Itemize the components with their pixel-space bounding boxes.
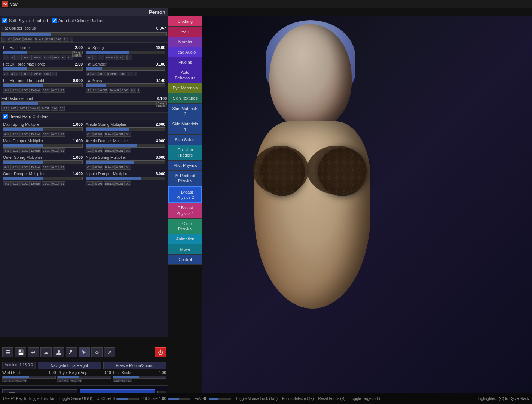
toggle-mouse[interactable]: Toggle Mouse Look (Tab) (236, 397, 278, 401)
tab-f-glute-physics[interactable]: F Glute Physics (168, 219, 202, 234)
fat-collider-slider[interactable] (1, 32, 167, 36)
fat-mass-label: Fat Mass (86, 78, 102, 83)
outer-spring-mult-group: Outer Spring Multiplier 1.000 -0.1-0.01-… (1, 154, 84, 170)
bottom-row2: World Scale 1.00 -1-0.1+0.1+1 Player Hei… (2, 371, 166, 382)
ui-scale: UI Scale 1.00 (143, 397, 190, 401)
fat-dist-label: Fat Distance Limit (1, 96, 33, 101)
soft-physics-text: Soft Physics Enabled (9, 18, 48, 23)
breast-colliders-label[interactable]: Breast Hard Colliders (3, 114, 165, 119)
soft-physics-label[interactable]: Soft Physics Enabled (2, 18, 48, 23)
fat-bk-max-slider[interactable] (3, 67, 83, 71)
char-lace-right (318, 148, 367, 196)
fat-bk-max-value: 2.00 (75, 62, 83, 66)
fat-damper-group: Fat Damper 0.100 -1-0.1-0.01Default0.010… (84, 61, 167, 77)
fat-mass-slider[interactable] (86, 83, 165, 87)
nipple-spring-mult-slider[interactable] (86, 160, 165, 164)
areola-spring-mult-slider[interactable] (86, 127, 165, 131)
nipple-damper-mult-slider[interactable] (86, 177, 165, 180)
viewport: Person Soft Physics Enabled Auto Fat Col… (0, 8, 532, 404)
save-button[interactable]: 💾 (15, 347, 26, 357)
tab-eye-materials[interactable]: Eye Materials (168, 83, 202, 93)
auto-fat-text: Auto Fat Collider Radius (58, 18, 103, 23)
tab-m-pectoral-physics[interactable]: M Pectoral Physics (168, 171, 202, 186)
tab-skin-textures[interactable]: Skin Textures (168, 93, 202, 103)
tab-head-audio[interactable]: Head Audio (168, 47, 202, 57)
auto-fat-checkbox[interactable] (52, 18, 57, 23)
player-height-track[interactable] (57, 376, 111, 379)
focus-selected[interactable]: Focus Selected (F) (282, 397, 314, 401)
char-body (254, 121, 370, 309)
fat-damper-slider[interactable] (86, 67, 165, 71)
auto-fat-label[interactable]: Auto Fat Collider Radius (52, 18, 103, 23)
tab-hair[interactable]: Hair (168, 27, 202, 37)
tab-f-breast-physics-1[interactable]: F Breast Physics 1 (168, 203, 202, 219)
menu-button[interactable]: ☰ (2, 347, 13, 357)
time-scale-slider: Time Scale 1.00 0.250.51.0 (113, 371, 166, 382)
outer-spring-mult-slider[interactable] (3, 160, 83, 164)
navigate-lock-height-btn[interactable]: Navigate Lock Height (38, 362, 101, 369)
fat-back-force-label: Fat Back Force (3, 45, 30, 50)
world-scale-slider: World Scale 1.00 -1-0.1+0.1+1 (2, 371, 56, 382)
person-button[interactable] (53, 347, 64, 357)
time-scale-value: 1.00 (159, 371, 166, 375)
player-height-label: Player Height Adj. (57, 371, 87, 375)
undo-button[interactable]: ↩ (28, 347, 39, 357)
bottom-controls: Version: 1.15.0.0 Navigate Lock Height F… (0, 360, 168, 385)
tab-control[interactable]: Control (168, 255, 202, 265)
scene-with-tabs: Clothing Hair Morphs Head Audio Plugins … (168, 16, 532, 393)
soft-physics-checkbox[interactable] (2, 18, 7, 23)
tab-skin-materials-2[interactable]: Skin Materials 2 (168, 104, 202, 119)
fov-slider[interactable] (209, 398, 231, 400)
main-damper-mult-slider[interactable] (3, 144, 83, 148)
fat-bk-threshold-group: Fat Bk Force Threshold 0.000 -0.1-0.01-0… (1, 77, 84, 94)
tab-collision-triggers[interactable]: Collision Triggers (168, 145, 202, 161)
ui-offset: UI Offset 0 (97, 397, 139, 401)
fat-spring-value: 40.00 (156, 45, 165, 50)
fat-back-force-value: 2.00 (75, 45, 83, 50)
fat-dist-value: 0.100 (157, 96, 167, 101)
tab-skin-materials-1[interactable]: Skin Materials 1 (168, 119, 202, 135)
areola-damper-mult-slider[interactable] (86, 144, 165, 148)
fat-dist-slider[interactable]: Range1x|10x (1, 101, 167, 105)
ui-offset-slider[interactable] (116, 398, 139, 400)
tab-morphs[interactable]: Morphs (168, 37, 202, 47)
tab-animation[interactable]: Animation (168, 234, 202, 244)
time-scale-track[interactable] (113, 376, 166, 379)
fat-spring-label: Fat Spring (86, 45, 104, 50)
fov: FoV 40 (195, 397, 231, 401)
tab-misc-physics[interactable]: Misc Physics (168, 161, 202, 171)
power-button[interactable]: ⏻ (155, 347, 166, 357)
breast-colliders-text: Breast Hard Colliders (9, 114, 49, 119)
cursor-button[interactable] (79, 347, 90, 357)
fat-bk-threshold-value: 0.000 (73, 78, 83, 83)
cloud-button[interactable]: ☁ (40, 347, 52, 357)
ui-scale-slider[interactable] (168, 398, 190, 400)
tab-f-breast-physics-2[interactable]: F Breast Physics 2 (168, 186, 202, 203)
settings-button[interactable]: ⚙ (91, 347, 103, 357)
scene-viewport (202, 16, 532, 393)
tab-move[interactable]: Move (168, 244, 202, 255)
toggle-game-ui[interactable]: Toggle Game UI (U) (59, 397, 92, 401)
toolbar: ☰ 💾 ↩ ☁ ⚙ ↗ ⏻ (0, 346, 168, 359)
fat-bk-max-group: Fat Bk Force Max Force 2.00 -10-1-0.1-0.… (1, 61, 84, 77)
player-height-slider: Player Height Adj. 0.10 -1-0.1+0.1+1 (57, 371, 111, 382)
world-scale-track[interactable] (2, 376, 56, 379)
fat-mass-value: 0.140 (156, 78, 165, 83)
tab-plugins[interactable]: Plugins (168, 57, 202, 67)
fat-bk-threshold-label: Fat Bk Force Threshold (3, 78, 44, 83)
freeze-motion-sound-btn[interactable]: Freeze Motion/Sound (103, 362, 166, 369)
tab-skin-select[interactable]: Skin Select (168, 135, 202, 145)
main-spring-mult-slider[interactable] (3, 127, 83, 131)
highlighted: Highlighted: (C) to Cycle Stack (478, 397, 529, 401)
fat-spring-slider[interactable] (86, 51, 165, 54)
toggle-targets[interactable]: Toggle Targets (T) (350, 397, 380, 401)
breast-colliders-checkbox[interactable] (3, 114, 8, 119)
reset-focus[interactable]: Reset Focus (R) (318, 397, 346, 401)
fat-bk-threshold-slider[interactable] (3, 83, 83, 87)
outer-damper-mult-slider[interactable] (3, 177, 83, 180)
share-button[interactable]: ↗ (104, 347, 115, 357)
fat-back-force-slider[interactable]: Range1x|10x (3, 51, 83, 54)
add-person-button[interactable] (66, 347, 77, 357)
tab-clothing[interactable]: Clothing (168, 16, 202, 27)
tab-auto-behaviours[interactable]: Auto Behaviours (168, 67, 202, 83)
